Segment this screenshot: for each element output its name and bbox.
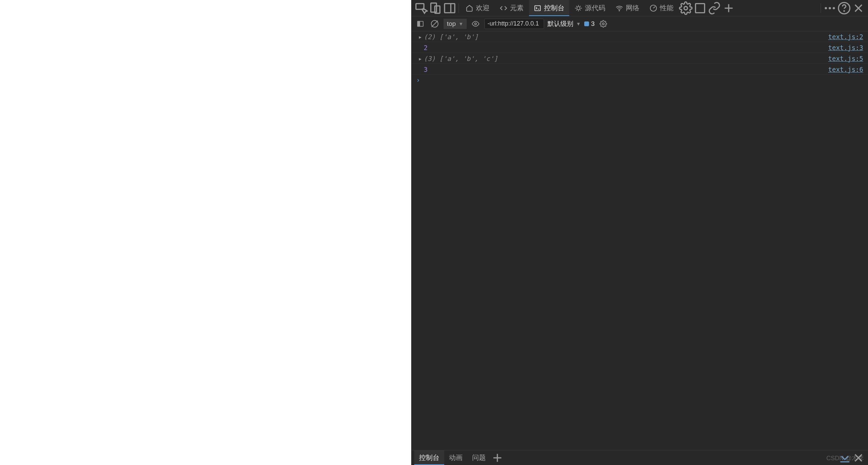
info-count-value: 3 bbox=[591, 20, 595, 28]
console-prompt[interactable]: › bbox=[412, 75, 868, 85]
tab-network-label: 网络 bbox=[626, 3, 639, 13]
settings-gear-icon[interactable] bbox=[679, 1, 693, 15]
devtools-panel: 欢迎 元素 控制台 源代码 网络 性能 bbox=[412, 0, 868, 465]
svg-point-14 bbox=[829, 7, 831, 9]
source-link[interactable]: text.js:6 bbox=[828, 66, 863, 73]
source-link[interactable]: text.js:2 bbox=[828, 33, 863, 41]
dock-side-icon[interactable] bbox=[443, 1, 456, 15]
expand-caret-icon[interactable]: ▸ bbox=[418, 33, 424, 41]
drawer-tab-bar: 控制台 动画 问题 bbox=[412, 450, 868, 465]
tab-elements[interactable]: 元素 bbox=[495, 0, 528, 16]
drawer-tab-issues[interactable]: 问题 bbox=[467, 450, 491, 465]
prompt-caret-icon: › bbox=[416, 76, 422, 84]
svg-rect-5 bbox=[535, 5, 541, 11]
tab-elements-label: 元素 bbox=[510, 3, 524, 13]
svg-rect-10 bbox=[695, 3, 704, 13]
separator bbox=[459, 3, 459, 13]
separator bbox=[821, 3, 821, 13]
svg-rect-1 bbox=[431, 3, 436, 12]
tab-console-label: 控制台 bbox=[544, 3, 564, 13]
live-expression-icon[interactable] bbox=[470, 18, 481, 29]
svg-point-13 bbox=[825, 7, 827, 9]
toggle-sidebar-icon[interactable] bbox=[415, 18, 426, 29]
drawer-issues-label: 问题 bbox=[472, 453, 486, 462]
tab-network[interactable]: 网络 bbox=[611, 0, 644, 16]
svg-point-8 bbox=[619, 10, 620, 11]
svg-point-15 bbox=[833, 7, 835, 9]
source-link[interactable]: text.js:5 bbox=[828, 55, 863, 62]
context-label: top bbox=[447, 20, 456, 28]
wifi-icon bbox=[616, 4, 623, 12]
add-tab-icon[interactable] bbox=[722, 1, 735, 15]
issue-count[interactable]: 3 bbox=[584, 20, 595, 28]
log-row[interactable]: 2 text.js:3 bbox=[412, 42, 868, 53]
help-icon[interactable] bbox=[837, 1, 851, 15]
chevron-down-icon: ▼ bbox=[576, 21, 581, 27]
level-label: 默认级别 bbox=[547, 19, 573, 28]
devtools-tab-bar: 欢迎 元素 控制台 源代码 网络 性能 bbox=[412, 0, 868, 16]
more-icon[interactable] bbox=[823, 1, 837, 15]
source-link[interactable]: text.js:3 bbox=[828, 44, 863, 51]
close-devtools-icon[interactable] bbox=[852, 1, 865, 15]
bug-icon bbox=[575, 4, 582, 12]
svg-point-17 bbox=[844, 11, 844, 11]
console-icon bbox=[534, 4, 541, 12]
log-row[interactable]: ▸ (2) ['a', 'b'] text.js:2 bbox=[412, 31, 868, 42]
drawer-tab-console[interactable]: 控制台 bbox=[414, 450, 444, 465]
drawer-tab-animations[interactable]: 动画 bbox=[444, 450, 467, 465]
tab-performance[interactable]: 性能 bbox=[645, 0, 678, 16]
execution-context-select[interactable]: top ▼ bbox=[444, 19, 467, 29]
watermark: CSDN @木李 bbox=[826, 454, 864, 462]
svg-rect-3 bbox=[445, 3, 455, 13]
clear-console-icon[interactable] bbox=[429, 18, 440, 29]
svg-point-7 bbox=[577, 6, 580, 10]
tab-welcome[interactable]: 欢迎 bbox=[461, 0, 494, 16]
tab-performance-label: 性能 bbox=[660, 3, 673, 13]
svg-point-9 bbox=[684, 6, 687, 10]
dock-icon[interactable] bbox=[693, 1, 707, 15]
inspect-element-icon[interactable] bbox=[414, 1, 428, 15]
performance-icon bbox=[650, 4, 657, 12]
tab-welcome-label: 欢迎 bbox=[476, 3, 490, 13]
tab-console[interactable]: 控制台 bbox=[529, 0, 569, 16]
svg-point-22 bbox=[475, 23, 477, 25]
device-toolbar-icon[interactable] bbox=[429, 1, 442, 15]
svg-rect-21 bbox=[418, 21, 420, 26]
browser-page-content bbox=[0, 0, 412, 465]
tab-sources-label: 源代码 bbox=[585, 3, 605, 13]
console-log-area: ▸ (2) ['a', 'b'] text.js:2 2 text.js:3 ▸… bbox=[412, 31, 868, 450]
link-icon[interactable] bbox=[708, 1, 721, 15]
svg-point-23 bbox=[603, 23, 605, 25]
log-row[interactable]: 3 text.js:6 bbox=[412, 64, 868, 75]
expand-caret-icon[interactable]: ▸ bbox=[418, 55, 424, 62]
tab-sources[interactable]: 源代码 bbox=[570, 0, 610, 16]
console-toolbar: top ▼ 默认级别 ▼ 3 bbox=[412, 16, 868, 31]
console-settings-icon[interactable] bbox=[598, 18, 609, 29]
log-row[interactable]: ▸ (3) ['a', 'b', 'c'] text.js:5 bbox=[412, 53, 868, 64]
code-icon bbox=[500, 4, 507, 12]
chevron-down-icon: ▼ bbox=[459, 21, 463, 27]
drawer-console-label: 控制台 bbox=[419, 453, 439, 462]
log-level-select[interactable]: 默认级别 ▼ bbox=[547, 19, 581, 28]
add-drawer-tab-icon[interactable] bbox=[491, 451, 504, 465]
home-icon bbox=[466, 4, 473, 12]
filter-input[interactable] bbox=[484, 19, 544, 29]
drawer-animations-label: 动画 bbox=[449, 453, 463, 462]
info-dot-icon bbox=[584, 21, 589, 26]
